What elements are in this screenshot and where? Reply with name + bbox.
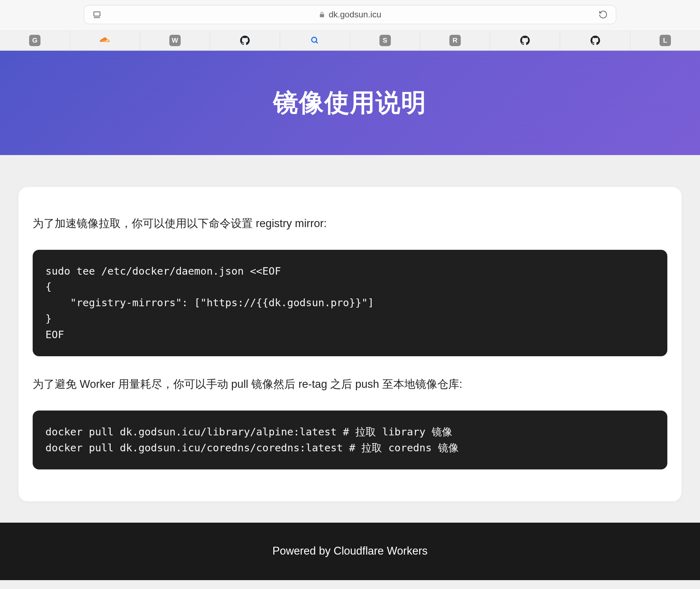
footer-text: Powered by Cloudflare Workers	[272, 545, 427, 557]
reload-icon[interactable]	[598, 10, 608, 20]
address-row: dk.godsun.icu	[0, 0, 700, 31]
tab-2[interactable]: W	[140, 31, 210, 50]
github-icon	[590, 35, 601, 46]
reader-view-icon[interactable]	[92, 10, 102, 20]
instructions-card: 为了加速镜像拉取，你可以使用以下命令设置 registry mirror: su…	[18, 187, 682, 501]
url-text: dk.godsun.icu	[329, 10, 381, 20]
svg-point-2	[312, 37, 317, 42]
lock-icon	[319, 11, 325, 18]
paragraph-registry-mirror: 为了加速镜像拉取，你可以使用以下命令设置 registry mirror:	[33, 215, 667, 232]
address-bar[interactable]: dk.godsun.icu	[84, 5, 616, 24]
svg-rect-0	[94, 12, 100, 16]
paragraph-pull-retag: 为了避免 Worker 用量耗尽，你可以手动 pull 镜像然后 re-tag …	[33, 376, 667, 393]
code-block-docker-pull[interactable]: docker pull dk.godsun.icu/library/alpine…	[33, 411, 667, 469]
cloudflare-icon	[99, 35, 110, 46]
github-icon	[520, 35, 530, 46]
tab-9[interactable]: L	[630, 31, 700, 50]
tab-1[interactable]	[70, 31, 140, 50]
favicon-letter-r: R	[449, 35, 461, 46]
search-icon	[310, 35, 320, 46]
tab-7[interactable]	[490, 31, 560, 50]
tab-8[interactable]	[560, 31, 630, 50]
url-display: dk.godsun.icu	[102, 10, 598, 20]
code-block-daemon-json[interactable]: sudo tee /etc/docker/daemon.json <<EOF {…	[33, 250, 667, 357]
tab-0[interactable]: G	[0, 31, 70, 50]
page-footer: Powered by Cloudflare Workers	[0, 523, 700, 580]
content-wrap: 为了加速镜像拉取，你可以使用以下命令设置 registry mirror: su…	[0, 155, 700, 523]
page-title: 镜像使用说明	[273, 86, 427, 120]
tab-5[interactable]: S	[350, 31, 420, 50]
tab-6[interactable]: R	[420, 31, 490, 50]
browser-chrome: dk.godsun.icu G W	[0, 0, 700, 51]
tab-strip: G W	[0, 31, 700, 50]
page-header: 镜像使用说明	[0, 51, 700, 155]
favicon-letter-g: G	[29, 35, 40, 46]
github-icon	[240, 35, 250, 46]
favicon-letter-l: L	[660, 35, 671, 46]
svg-line-3	[316, 42, 318, 43]
favicon-letter-w: W	[169, 35, 181, 46]
tab-4[interactable]	[280, 31, 350, 50]
favicon-letter-s: S	[379, 35, 391, 46]
tab-3[interactable]	[210, 31, 280, 50]
